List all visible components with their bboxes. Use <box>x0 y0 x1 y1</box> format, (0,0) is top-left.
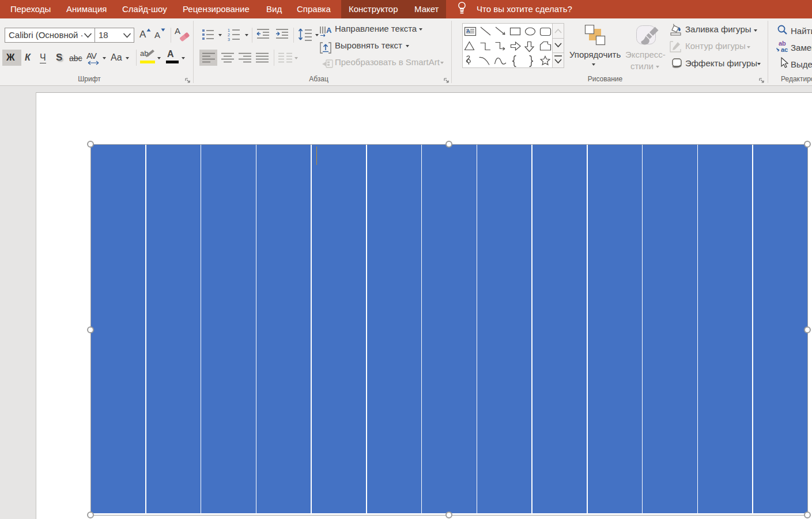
svg-text:А: А <box>326 26 332 35</box>
svg-text:1: 1 <box>228 28 230 32</box>
svg-text:ac: ac <box>781 46 788 53</box>
svg-text:3: 3 <box>228 37 230 42</box>
svg-text:А: А <box>466 28 470 34</box>
svg-text:2: 2 <box>228 33 230 37</box>
